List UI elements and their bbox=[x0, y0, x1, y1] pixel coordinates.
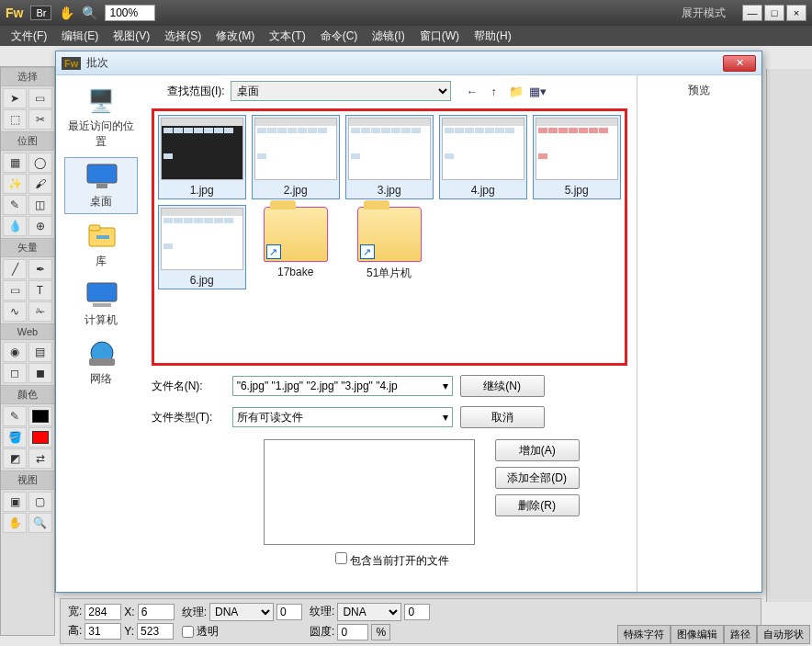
new-folder-icon[interactable]: 📁 bbox=[508, 83, 524, 99]
maximize-button[interactable]: □ bbox=[764, 5, 784, 21]
width-input[interactable] bbox=[85, 604, 121, 620]
zoom-tool-icon[interactable]: 🔍 bbox=[82, 6, 97, 20]
wand-tool[interactable]: ✨ bbox=[3, 174, 27, 194]
file-item[interactable]: 5.jpg bbox=[533, 115, 621, 199]
back-icon[interactable]: ← bbox=[464, 83, 480, 99]
lookup-select[interactable]: 桌面 bbox=[231, 81, 451, 101]
menu-select[interactable]: 选择(S) bbox=[159, 27, 207, 46]
texture1-pct[interactable] bbox=[276, 604, 302, 620]
hide-slice-tool[interactable]: ◻ bbox=[3, 363, 27, 383]
line-tool[interactable]: ╱ bbox=[3, 259, 27, 279]
texture1-select[interactable]: DNA bbox=[209, 603, 274, 621]
subselect-tool[interactable]: ▭ bbox=[28, 88, 52, 108]
scale-tool[interactable]: ⬚ bbox=[3, 109, 27, 130]
menu-text[interactable]: 文本(T) bbox=[264, 27, 310, 46]
menu-modify[interactable]: 修改(M) bbox=[210, 27, 260, 46]
file-item[interactable]: 3.jpg bbox=[345, 115, 434, 199]
place-computer[interactable]: 计算机 bbox=[64, 277, 138, 332]
selected-files-listbox[interactable] bbox=[264, 439, 475, 545]
knife-tool[interactable]: ✁ bbox=[28, 301, 52, 322]
hand-tool[interactable]: ✋ bbox=[3, 513, 27, 533]
rect-tool[interactable]: ▭ bbox=[3, 280, 27, 300]
file-name-label: 1.jpg bbox=[161, 184, 243, 197]
hand-tool-icon[interactable]: ✋ bbox=[59, 6, 74, 20]
folder-item[interactable]: ↗51单片机 bbox=[345, 205, 434, 289]
height-input[interactable] bbox=[85, 623, 121, 640]
x-input[interactable] bbox=[138, 604, 175, 620]
menu-view[interactable]: 视图(V) bbox=[107, 27, 155, 46]
normal-view[interactable]: ▣ bbox=[3, 492, 27, 512]
toolbox-vector-label: 矢量 bbox=[1, 238, 54, 257]
texture2-pct[interactable] bbox=[404, 604, 430, 620]
add-button[interactable]: 增加(A) bbox=[495, 439, 580, 461]
pencil-tool[interactable]: ✎ bbox=[3, 195, 27, 215]
zoom-tool[interactable]: 🔍 bbox=[28, 513, 52, 533]
file-item[interactable]: 4.jpg bbox=[439, 115, 527, 199]
tab-path[interactable]: 路径 bbox=[724, 625, 757, 644]
round-unit[interactable]: % bbox=[371, 624, 390, 640]
default-colors[interactable]: ◩ bbox=[3, 448, 27, 469]
marquee-tool[interactable]: ▦ bbox=[3, 153, 27, 173]
cancel-button[interactable]: 取消 bbox=[460, 406, 545, 428]
y-input[interactable] bbox=[137, 623, 174, 640]
continue-button[interactable]: 继续(N) bbox=[460, 375, 545, 397]
zoom-select[interactable]: 100% bbox=[105, 5, 155, 21]
texture2-select[interactable]: DNA bbox=[337, 603, 401, 621]
menu-window[interactable]: 窗口(W) bbox=[414, 27, 465, 46]
dialog-close-button[interactable]: ✕ bbox=[723, 55, 756, 72]
fullscreen-view[interactable]: ▢ bbox=[28, 492, 52, 512]
menu-file[interactable]: 文件(F) bbox=[6, 27, 52, 46]
menu-edit[interactable]: 编辑(E) bbox=[56, 27, 104, 46]
tab-autoshape[interactable]: 自动形状 bbox=[757, 625, 810, 644]
filetype-combo[interactable]: 所有可读文件▾ bbox=[232, 407, 453, 427]
file-item[interactable]: 6.jpg bbox=[158, 205, 246, 289]
close-window-button[interactable]: × bbox=[786, 5, 806, 21]
delete-button[interactable]: 删除(R) bbox=[495, 494, 580, 516]
menu-filter[interactable]: 滤镜(I) bbox=[367, 27, 410, 46]
transparent-checkbox[interactable] bbox=[182, 626, 194, 638]
stroke-swatch[interactable] bbox=[28, 406, 52, 426]
text-tool[interactable]: T bbox=[28, 280, 52, 300]
file-browser[interactable]: 1.jpg2.jpg3.jpg4.jpg5.jpg6.jpg↗17bake↗51… bbox=[152, 108, 627, 366]
minimize-button[interactable]: — bbox=[742, 5, 762, 21]
stamp-tool[interactable]: ⊕ bbox=[28, 216, 52, 236]
stroke-color[interactable]: ✎ bbox=[3, 406, 27, 426]
crop-tool[interactable]: ✂ bbox=[28, 109, 52, 130]
dialog-titlebar[interactable]: Fw 批次 ✕ bbox=[56, 51, 761, 75]
folder-item[interactable]: ↗17bake bbox=[252, 205, 340, 289]
filename-row: 文件名(N): "6.jpg" "1.jpg" "2.jpg" "3.jpg" … bbox=[152, 375, 627, 397]
tab-special-chars[interactable]: 特殊字符 bbox=[617, 625, 671, 644]
toolbox-panel: 选择 ➤ ▭ ⬚ ✂ 位图 ▦ ◯ ✨ 🖌 ✎ ◫ 💧 ⊕ 矢量 ╱ ✒ ▭ T… bbox=[0, 66, 55, 636]
freeform-tool[interactable]: ∿ bbox=[3, 301, 27, 322]
filename-combo[interactable]: "6.jpg" "1.jpg" "2.jpg" "3.jpg" "4.jp▾ bbox=[232, 376, 453, 396]
blur-tool[interactable]: 💧 bbox=[3, 216, 27, 236]
view-mode-icon[interactable]: ▦▾ bbox=[530, 83, 547, 99]
swap-colors[interactable]: ⇄ bbox=[28, 448, 52, 469]
fill-swatch[interactable] bbox=[28, 427, 52, 448]
file-item[interactable]: 2.jpg bbox=[252, 115, 340, 199]
eraser-tool[interactable]: ◫ bbox=[28, 195, 52, 215]
tab-image-edit[interactable]: 图像编辑 bbox=[671, 625, 724, 644]
place-desktop[interactable]: 桌面 bbox=[64, 157, 138, 214]
place-recent[interactable]: 🖥️ 最近访问的位置 bbox=[64, 83, 138, 153]
brush-tool[interactable]: 🖌 bbox=[28, 174, 52, 194]
menu-help[interactable]: 帮助(H) bbox=[468, 27, 517, 46]
lasso-tool[interactable]: ◯ bbox=[28, 153, 52, 173]
hotspot-tool[interactable]: ◉ bbox=[3, 342, 27, 362]
up-icon[interactable]: ↑ bbox=[486, 83, 502, 99]
include-open-checkbox[interactable] bbox=[335, 552, 347, 564]
fill-color[interactable]: 🪣 bbox=[3, 427, 27, 448]
pen-tool[interactable]: ✒ bbox=[28, 259, 52, 279]
right-panels-strip[interactable] bbox=[766, 69, 812, 602]
pointer-tool[interactable]: ➤ bbox=[3, 88, 27, 108]
file-item[interactable]: 1.jpg bbox=[158, 115, 246, 199]
show-slice-tool[interactable]: ◼ bbox=[28, 363, 52, 383]
bridge-badge[interactable]: Br bbox=[30, 6, 51, 20]
slice-tool[interactable]: ▤ bbox=[28, 342, 52, 362]
place-network[interactable]: 网络 bbox=[64, 335, 138, 391]
add-all-button[interactable]: 添加全部(D) bbox=[495, 467, 580, 489]
place-library[interactable]: 库 bbox=[64, 218, 138, 273]
round-input[interactable] bbox=[337, 624, 368, 640]
expand-mode-label[interactable]: 展开模式 bbox=[682, 6, 726, 21]
menu-command[interactable]: 命令(C) bbox=[315, 27, 364, 46]
